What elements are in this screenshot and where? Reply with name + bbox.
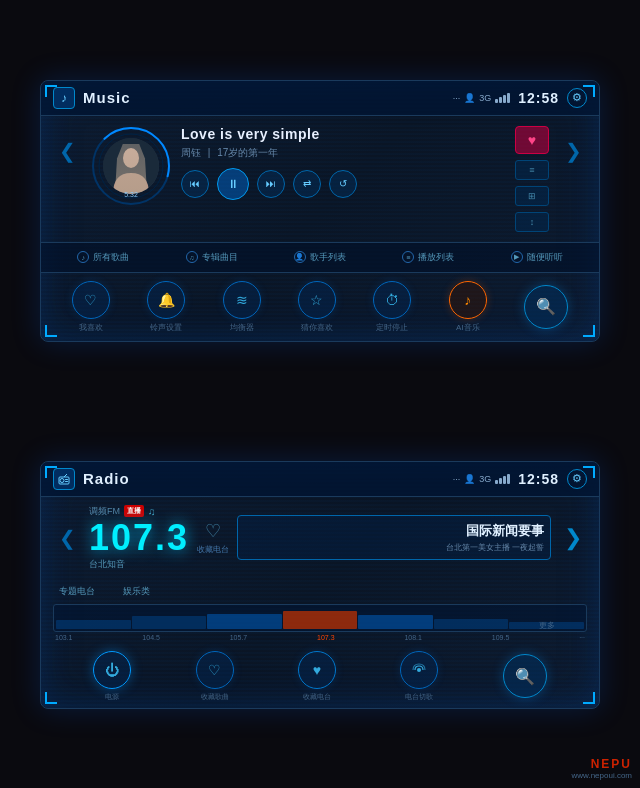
radio-favorite[interactable]: ♡ 收藏电台	[197, 520, 229, 555]
freq-label-1073: 107.3	[317, 634, 335, 641]
bar3	[503, 95, 506, 103]
freq-label-1095: 109.5	[492, 634, 510, 641]
signal-bars	[495, 93, 510, 103]
freq-tabs: 专题电台 娱乐类	[53, 583, 587, 600]
radio-time: 12:58	[518, 471, 559, 487]
dots-icon: ···	[453, 93, 461, 103]
action-ai[interactable]: ♪ AI音乐	[449, 281, 487, 333]
signal-label: 3G	[479, 93, 491, 103]
radio-header-right: ··· 👤 3G 12:58 ⚙	[453, 469, 587, 489]
sidebar-ctrl-2[interactable]: ⊞	[515, 186, 549, 206]
fav-station-label: 收藏电台	[303, 692, 331, 702]
corner-tl	[45, 85, 57, 97]
radio-title: Radio	[83, 470, 130, 487]
playlist-icon: ≡	[402, 251, 414, 263]
tab-playlist[interactable]: ≡ 播放列表	[396, 249, 460, 266]
radio-fav-station-button[interactable]: ♥ 收藏电台	[298, 651, 336, 702]
music-action-row: ♡ 我喜欢 🔔 铃声设置 ≋ 均衡器 ☆ 猜你喜欢 ⏱ 定时停止 ♪ AI音乐 …	[41, 273, 599, 341]
recommend-icon: ☆	[298, 281, 336, 319]
meta-separator: |	[208, 147, 211, 158]
timer-label: 定时停止	[376, 322, 408, 333]
music-header-left: ♪ Music	[53, 87, 131, 109]
freq-item-1081[interactable]	[358, 615, 433, 628]
equalizer-icon: ≋	[223, 281, 261, 319]
status-icons: ··· 👤 3G	[453, 93, 511, 103]
equalizer-label: 均衡器	[230, 322, 254, 333]
fav-song-icon: ♡	[196, 651, 234, 689]
action-ringtone[interactable]: 🔔 铃声设置	[147, 281, 185, 333]
album-art-wrap: 5:32	[91, 126, 171, 206]
rbar4	[507, 474, 510, 484]
recommend-label: 猜你喜欢	[301, 322, 333, 333]
radio-fav-song-button[interactable]: ♡ 收藏歌曲	[196, 651, 234, 702]
svg-point-6	[60, 478, 64, 482]
radio-svg-icon	[57, 472, 71, 486]
like-button[interactable]: ♥	[515, 126, 549, 154]
freq-label-1031: 103.1	[55, 634, 73, 641]
radio-corner-br	[583, 692, 595, 704]
radio-power-button[interactable]: ⏻ 电源	[93, 651, 131, 702]
sidebar-ctrl-3[interactable]: ↕	[515, 212, 549, 232]
fav-song-label: 收藏歌曲	[201, 692, 229, 702]
radio-search-button[interactable]: 🔍	[503, 654, 547, 698]
person-icon: 👤	[464, 93, 475, 103]
playback-controls: ⏮ ⏸ ⏭ ⇄ ↺	[181, 168, 505, 200]
music-time: 12:58	[518, 90, 559, 106]
shuffle-button[interactable]: ⇄	[293, 170, 321, 198]
sidebar-ctrl-1[interactable]: ≡	[515, 160, 549, 180]
prev-track-button[interactable]: ⏮	[181, 170, 209, 198]
music-panel: ♪ Music ··· 👤 3G 12:58 ⚙ ❮	[40, 80, 600, 342]
action-recommend[interactable]: ☆ 猜你喜欢	[298, 281, 336, 333]
freq-item-1057[interactable]	[207, 614, 282, 628]
freq-item-1031[interactable]	[56, 620, 131, 629]
svg-rect-3	[103, 138, 159, 194]
all-songs-icon: ♪	[77, 251, 89, 263]
freq-item-1045[interactable]	[132, 616, 207, 628]
action-timer[interactable]: ⏱ 定时停止	[373, 281, 411, 333]
radio-switch-button[interactable]: 电台切歌	[400, 651, 438, 702]
radio-prev-button[interactable]: ❮	[53, 513, 81, 563]
albums-icon: ♫	[186, 251, 198, 263]
play-pause-button[interactable]: ⏸	[217, 168, 249, 200]
radio-next-button[interactable]: ❯	[559, 513, 587, 563]
news-title: 国际新闻要事	[244, 522, 544, 540]
news-section: 国际新闻要事 台北第一美女主播 一夜起誓	[237, 515, 551, 560]
tab-all-songs-label: 所有歌曲	[93, 251, 129, 264]
freq-label-1081: 108.1	[404, 634, 422, 641]
next-button[interactable]: ❯	[559, 126, 587, 176]
tab-all-songs[interactable]: ♪ 所有歌曲	[71, 249, 135, 266]
freq-item-1073[interactable]	[283, 611, 358, 629]
tab-random[interactable]: ▶ 随便听听	[505, 249, 569, 266]
favorites-icon: ♡	[72, 281, 110, 319]
song-artist: 周钰	[181, 147, 201, 158]
tab-entertainment[interactable]: 娱乐类	[117, 583, 156, 600]
radio-status-icons: ··· 👤 3G	[453, 474, 511, 484]
artists-icon: 👤	[294, 251, 306, 263]
radio-switch-label: 电台切歌	[405, 692, 433, 702]
radio-header-left: Radio	[53, 468, 130, 490]
corner-tr	[583, 85, 595, 97]
prev-button[interactable]: ❮	[53, 126, 81, 176]
song-album: 17岁的第一年	[217, 147, 278, 158]
corner-bl	[45, 325, 57, 337]
radio-signal-label: 3G	[479, 474, 491, 484]
radio-top-bar: Radio ··· 👤 3G 12:58 ⚙	[41, 462, 599, 497]
ringtone-label: 铃声设置	[150, 322, 182, 333]
music-header-right: ··· 👤 3G 12:58 ⚙	[453, 88, 587, 108]
freq-item-1095[interactable]	[434, 619, 509, 629]
music-top-bar: ♪ Music ··· 👤 3G 12:58 ⚙	[41, 81, 599, 116]
tab-special-station[interactable]: 专题电台	[53, 583, 101, 600]
frequency-section: 调频FM 直播 ♫ 107.3 台北知音	[89, 505, 189, 571]
action-equalizer[interactable]: ≋ 均衡器	[223, 281, 261, 333]
action-favorites[interactable]: ♡ 我喜欢	[72, 281, 110, 333]
extra-controls: ♥ ≡ ⊞ ↕	[515, 126, 549, 232]
music-search-button[interactable]: 🔍	[524, 285, 568, 329]
tab-artists[interactable]: 👤 歌手列表	[288, 249, 352, 266]
news-subtitle: 台北第一美女主播 一夜起誓	[244, 542, 544, 553]
radio-switch-icon	[400, 651, 438, 689]
radio-main-content: ❮ 调频FM 直播 ♫ 107.3 台北知音 ♡ 收藏电台 国际新闻要事 台北第…	[41, 497, 599, 579]
freq-item-more[interactable]: 更多	[509, 622, 584, 629]
repeat-button[interactable]: ↺	[329, 170, 357, 198]
tab-albums[interactable]: ♫ 专辑曲目	[180, 249, 244, 266]
next-track-button[interactable]: ⏭	[257, 170, 285, 198]
